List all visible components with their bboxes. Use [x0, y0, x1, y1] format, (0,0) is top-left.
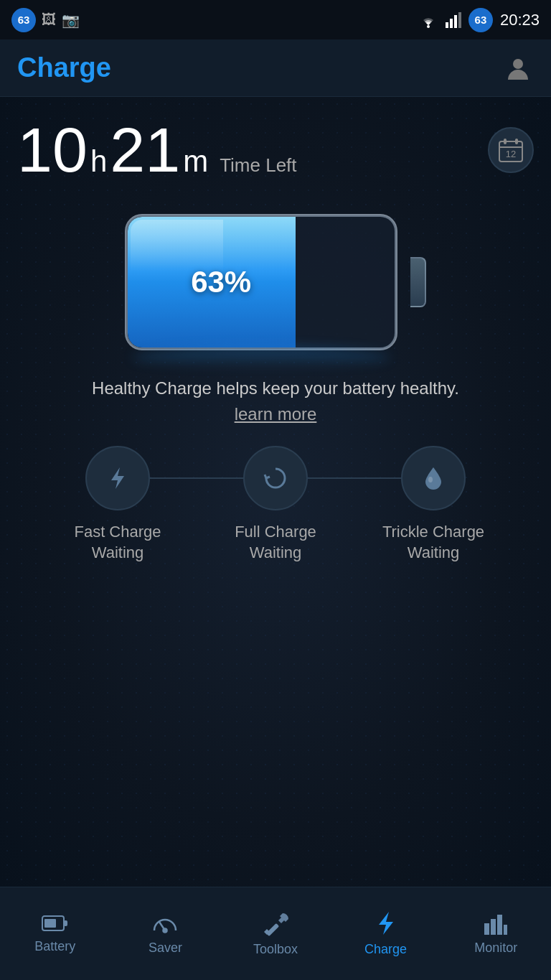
- charge-steps: Fast ChargeWaiting Full ChargeWaiting Tr…: [17, 446, 534, 563]
- healthy-text: Healthy Charge helps keep your battery h…: [17, 375, 534, 401]
- nav-item-charge[interactable]: Charge: [331, 910, 441, 957]
- step-trickle-charge: Trickle ChargeWaiting: [354, 446, 512, 563]
- svg-rect-14: [44, 919, 56, 928]
- svg-rect-4: [458, 12, 461, 28]
- gallery-icon: 🖼: [42, 11, 56, 28]
- status-right: 63 20:23: [418, 8, 540, 32]
- svg-rect-22: [497, 915, 502, 935]
- nav-label-saver: Saver: [149, 941, 182, 956]
- step-line-2: [308, 477, 401, 479]
- nav-label-monitor: Monitor: [474, 941, 517, 956]
- step-full-charge: Full ChargeWaiting: [197, 446, 354, 563]
- nav-item-toolbox[interactable]: Toolbox: [220, 910, 331, 957]
- nav-label-charge: Charge: [364, 942, 407, 957]
- svg-point-17: [164, 929, 167, 933]
- svg-rect-3: [454, 15, 457, 28]
- battery-shine: [131, 220, 223, 272]
- svg-rect-23: [504, 925, 507, 935]
- profile-button[interactable]: [502, 52, 534, 84]
- svg-marker-11: [111, 467, 124, 489]
- status-time: 20:23: [500, 11, 540, 29]
- time-label: Time Left: [220, 154, 296, 177]
- battery-nav-icon: [42, 913, 69, 933]
- bolt-nav-icon: [373, 910, 399, 936]
- gauge-nav-icon: [151, 912, 179, 935]
- cycle-icon: [262, 465, 289, 492]
- wifi-icon: [418, 12, 438, 28]
- fast-charge-icon-wrap: [85, 446, 150, 510]
- nav-item-monitor[interactable]: Monitor: [441, 912, 551, 956]
- svg-point-5: [513, 59, 523, 69]
- main-content: 10 h 21 m Time Left 12 63%: [0, 97, 551, 887]
- trickle-charge-label: Trickle ChargeWaiting: [382, 522, 484, 563]
- time-hours-unit: h: [90, 144, 107, 179]
- drop-icon: [420, 465, 447, 492]
- time-display: 10 h 21 m Time Left: [17, 118, 297, 182]
- lightning-icon: [104, 465, 131, 492]
- nav-label-toolbox: Toolbox: [253, 942, 298, 957]
- full-charge-icon-wrap: [243, 446, 308, 510]
- svg-rect-2: [450, 19, 453, 28]
- full-charge-label: Full ChargeWaiting: [235, 522, 316, 563]
- svg-rect-20: [484, 923, 489, 935]
- step-fast-charge: Fast ChargeWaiting: [39, 446, 197, 563]
- battery-container: 63%: [17, 203, 534, 361]
- status-badge-right: 63: [468, 8, 493, 32]
- status-bar: 63 🖼 📷 63 20:23: [0, 0, 551, 39]
- nav-item-saver[interactable]: Saver: [110, 912, 221, 956]
- battery-reflection: [132, 347, 390, 368]
- nav-item-battery[interactable]: Battery: [0, 913, 110, 954]
- svg-point-0: [427, 25, 430, 28]
- svg-rect-18: [266, 923, 279, 936]
- svg-rect-1: [446, 22, 448, 28]
- svg-rect-21: [491, 919, 496, 935]
- battery-percent: 63%: [191, 265, 251, 299]
- healthy-section: Healthy Charge helps keep your battery h…: [17, 375, 534, 424]
- battery-terminal: [410, 257, 426, 307]
- step-line-1: [150, 477, 243, 479]
- svg-rect-15: [64, 920, 67, 926]
- svg-point-12: [428, 477, 433, 482]
- app-title: Charge: [17, 52, 111, 83]
- bars-nav-icon: [483, 912, 509, 935]
- time-minutes-unit: m: [183, 144, 208, 179]
- signal-icon: [446, 12, 461, 28]
- learn-more-link[interactable]: learn more: [235, 404, 317, 424]
- nav-label-battery: Battery: [34, 939, 75, 954]
- status-left: 63 🖼 📷: [11, 8, 80, 32]
- app-header: Charge: [0, 39, 551, 97]
- camera-icon: 📷: [62, 11, 80, 29]
- bottom-nav: Battery Saver Toolbox Charge: [0, 887, 551, 980]
- battery-visual: 63%: [125, 203, 426, 361]
- calendar-button[interactable]: 12: [488, 127, 534, 173]
- svg-text:12: 12: [506, 149, 516, 159]
- time-section: 10 h 21 m Time Left 12: [17, 118, 534, 182]
- status-badge: 63: [11, 8, 36, 32]
- fast-charge-label: Fast ChargeWaiting: [74, 522, 161, 563]
- wrench-nav-icon: [263, 910, 288, 936]
- time-hours: 10: [17, 118, 88, 182]
- svg-rect-8: [515, 139, 518, 144]
- trickle-charge-icon-wrap: [401, 446, 466, 510]
- svg-rect-7: [504, 139, 507, 144]
- battery-body: 63%: [125, 214, 397, 350]
- time-minutes: 21: [110, 118, 180, 182]
- svg-marker-19: [379, 912, 393, 935]
